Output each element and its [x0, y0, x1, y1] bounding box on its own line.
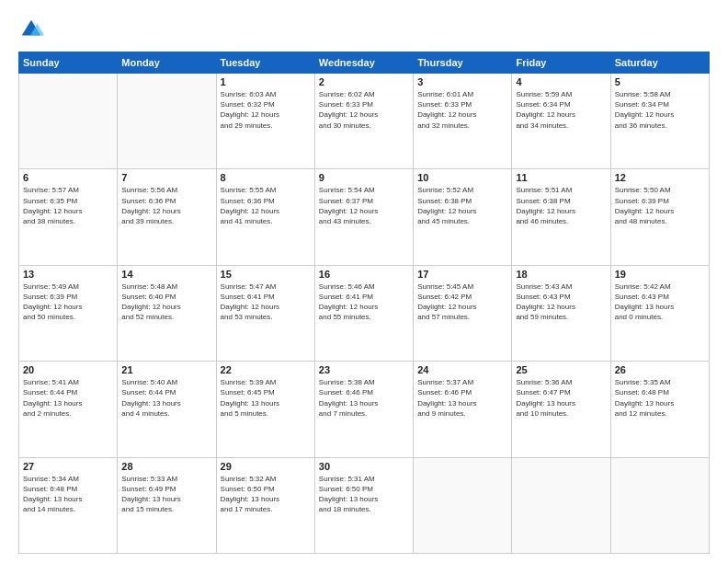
- day-info: Sunrise: 5:56 AM Sunset: 6:36 PM Dayligh…: [121, 185, 211, 226]
- calendar-header-cell: Thursday: [414, 52, 512, 74]
- calendar-day-cell: 12Sunrise: 5:50 AM Sunset: 6:39 PM Dayli…: [610, 169, 709, 265]
- day-info: Sunrise: 5:37 AM Sunset: 6:46 PM Dayligh…: [417, 377, 507, 419]
- calendar-week-row: 1Sunrise: 6:03 AM Sunset: 6:32 PM Daylig…: [19, 74, 710, 169]
- day-info: Sunrise: 5:35 AM Sunset: 6:48 PM Dayligh…: [615, 377, 705, 419]
- calendar-day-cell: 26Sunrise: 5:35 AM Sunset: 6:48 PM Dayli…: [610, 362, 709, 457]
- calendar-day-cell: 2Sunrise: 6:02 AM Sunset: 6:33 PM Daylig…: [314, 74, 413, 169]
- calendar-week-row: 27Sunrise: 5:34 AM Sunset: 6:48 PM Dayli…: [19, 457, 710, 553]
- day-number: 18: [516, 269, 606, 280]
- calendar-header-cell: Tuesday: [216, 52, 314, 74]
- day-info: Sunrise: 5:43 AM Sunset: 6:43 PM Dayligh…: [516, 282, 606, 323]
- day-info: Sunrise: 5:51 AM Sunset: 6:38 PM Dayligh…: [516, 185, 606, 226]
- day-info: Sunrise: 5:40 AM Sunset: 6:44 PM Dayligh…: [121, 377, 211, 419]
- day-info: Sunrise: 5:59 AM Sunset: 6:34 PM Dayligh…: [516, 89, 606, 131]
- day-number: 25: [516, 364, 606, 375]
- day-number: 21: [121, 364, 211, 375]
- calendar-day-cell: 10Sunrise: 5:52 AM Sunset: 6:38 PM Dayli…: [414, 169, 512, 265]
- calendar-day-cell: 15Sunrise: 5:47 AM Sunset: 6:41 PM Dayli…: [216, 265, 314, 361]
- day-number: 23: [319, 364, 409, 375]
- calendar-day-cell: 4Sunrise: 5:59 AM Sunset: 6:34 PM Daylig…: [512, 74, 610, 169]
- calendar-day-cell: 5Sunrise: 5:58 AM Sunset: 6:34 PM Daylig…: [610, 74, 709, 169]
- day-info: Sunrise: 5:54 AM Sunset: 6:37 PM Dayligh…: [319, 185, 409, 226]
- calendar-header-cell: Monday: [118, 52, 216, 74]
- calendar-day-cell: 14Sunrise: 5:48 AM Sunset: 6:40 PM Dayli…: [118, 265, 216, 361]
- calendar-day-cell: 30Sunrise: 5:31 AM Sunset: 6:50 PM Dayli…: [314, 457, 413, 553]
- day-info: Sunrise: 5:41 AM Sunset: 6:44 PM Dayligh…: [23, 377, 113, 419]
- day-number: 29: [221, 461, 311, 472]
- day-number: 16: [319, 269, 409, 280]
- calendar-header-row: SundayMondayTuesdayWednesdayThursdayFrid…: [19, 52, 710, 74]
- calendar-day-cell: 7Sunrise: 5:56 AM Sunset: 6:36 PM Daylig…: [118, 169, 216, 265]
- day-number: 8: [221, 172, 311, 183]
- day-info: Sunrise: 5:48 AM Sunset: 6:40 PM Dayligh…: [121, 282, 211, 323]
- calendar-week-row: 20Sunrise: 5:41 AM Sunset: 6:44 PM Dayli…: [19, 362, 710, 457]
- day-number: 9: [319, 172, 409, 183]
- day-info: Sunrise: 5:31 AM Sunset: 6:50 PM Dayligh…: [319, 474, 409, 515]
- calendar-header-cell: Friday: [512, 52, 610, 74]
- calendar-day-cell: 21Sunrise: 5:40 AM Sunset: 6:44 PM Dayli…: [118, 362, 216, 457]
- logo: [18, 17, 48, 42]
- day-number: 17: [417, 269, 507, 280]
- calendar-day-cell: [19, 74, 118, 169]
- day-info: Sunrise: 5:55 AM Sunset: 6:36 PM Dayligh…: [221, 185, 311, 226]
- day-number: 11: [516, 172, 606, 183]
- day-number: 15: [221, 269, 311, 280]
- day-info: Sunrise: 6:02 AM Sunset: 6:33 PM Dayligh…: [319, 89, 409, 131]
- day-info: Sunrise: 5:33 AM Sunset: 6:49 PM Dayligh…: [121, 474, 211, 515]
- calendar-day-cell: 8Sunrise: 5:55 AM Sunset: 6:36 PM Daylig…: [216, 169, 314, 265]
- calendar-day-cell: 24Sunrise: 5:37 AM Sunset: 6:46 PM Dayli…: [414, 362, 512, 457]
- calendar-header-cell: Sunday: [19, 52, 118, 74]
- calendar-week-row: 13Sunrise: 5:49 AM Sunset: 6:39 PM Dayli…: [19, 265, 710, 361]
- day-number: 27: [23, 461, 113, 472]
- calendar-day-cell: 29Sunrise: 5:32 AM Sunset: 6:50 PM Dayli…: [216, 457, 314, 553]
- day-info: Sunrise: 5:42 AM Sunset: 6:43 PM Dayligh…: [615, 282, 705, 323]
- day-info: Sunrise: 5:49 AM Sunset: 6:39 PM Dayligh…: [23, 282, 113, 323]
- day-info: Sunrise: 5:57 AM Sunset: 6:35 PM Dayligh…: [23, 185, 113, 226]
- day-number: 3: [417, 76, 507, 87]
- calendar-day-cell: 16Sunrise: 5:46 AM Sunset: 6:41 PM Dayli…: [314, 265, 413, 361]
- header: [18, 17, 710, 42]
- calendar-day-cell: [118, 74, 216, 169]
- calendar-day-cell: 28Sunrise: 5:33 AM Sunset: 6:49 PM Dayli…: [118, 457, 216, 553]
- calendar-day-cell: 19Sunrise: 5:42 AM Sunset: 6:43 PM Dayli…: [610, 265, 709, 361]
- day-number: 24: [417, 364, 507, 375]
- day-number: 10: [417, 172, 507, 183]
- day-number: 7: [121, 172, 211, 183]
- calendar-body: 1Sunrise: 6:03 AM Sunset: 6:32 PM Daylig…: [19, 74, 710, 554]
- day-number: 4: [516, 76, 606, 87]
- calendar-day-cell: 27Sunrise: 5:34 AM Sunset: 6:48 PM Dayli…: [19, 457, 118, 553]
- day-info: Sunrise: 6:01 AM Sunset: 6:33 PM Dayligh…: [417, 89, 507, 131]
- day-info: Sunrise: 5:32 AM Sunset: 6:50 PM Dayligh…: [221, 474, 311, 515]
- calendar-day-cell: 3Sunrise: 6:01 AM Sunset: 6:33 PM Daylig…: [414, 74, 512, 169]
- calendar-day-cell: 22Sunrise: 5:39 AM Sunset: 6:45 PM Dayli…: [216, 362, 314, 457]
- logo-icon: [18, 17, 44, 42]
- calendar-day-cell: 9Sunrise: 5:54 AM Sunset: 6:37 PM Daylig…: [314, 169, 413, 265]
- day-info: Sunrise: 5:50 AM Sunset: 6:39 PM Dayligh…: [615, 185, 705, 226]
- day-number: 22: [221, 364, 311, 375]
- calendar-day-cell: 25Sunrise: 5:36 AM Sunset: 6:47 PM Dayli…: [512, 362, 610, 457]
- day-number: 12: [615, 172, 705, 183]
- calendar-day-cell: 20Sunrise: 5:41 AM Sunset: 6:44 PM Dayli…: [19, 362, 118, 457]
- calendar-day-cell: 6Sunrise: 5:57 AM Sunset: 6:35 PM Daylig…: [19, 169, 118, 265]
- calendar-day-cell: 18Sunrise: 5:43 AM Sunset: 6:43 PM Dayli…: [512, 265, 610, 361]
- calendar-day-cell: 1Sunrise: 6:03 AM Sunset: 6:32 PM Daylig…: [216, 74, 314, 169]
- calendar-day-cell: [610, 457, 709, 553]
- day-number: 19: [615, 269, 705, 280]
- day-number: 13: [23, 269, 113, 280]
- calendar-day-cell: 17Sunrise: 5:45 AM Sunset: 6:42 PM Dayli…: [414, 265, 512, 361]
- calendar-day-cell: 23Sunrise: 5:38 AM Sunset: 6:46 PM Dayli…: [314, 362, 413, 457]
- day-number: 2: [319, 76, 409, 87]
- day-number: 30: [319, 461, 409, 472]
- calendar-header-cell: Wednesday: [314, 52, 413, 74]
- day-info: Sunrise: 5:45 AM Sunset: 6:42 PM Dayligh…: [417, 282, 507, 323]
- calendar-day-cell: [414, 457, 512, 553]
- page: SundayMondayTuesdayWednesdayThursdayFrid…: [0, 0, 728, 563]
- day-number: 5: [615, 76, 705, 87]
- day-info: Sunrise: 5:38 AM Sunset: 6:46 PM Dayligh…: [319, 377, 409, 419]
- day-info: Sunrise: 6:03 AM Sunset: 6:32 PM Dayligh…: [221, 89, 311, 131]
- calendar-header-cell: Saturday: [610, 52, 709, 74]
- day-number: 28: [121, 461, 211, 472]
- calendar-day-cell: 13Sunrise: 5:49 AM Sunset: 6:39 PM Dayli…: [19, 265, 118, 361]
- day-number: 20: [23, 364, 113, 375]
- day-info: Sunrise: 5:47 AM Sunset: 6:41 PM Dayligh…: [221, 282, 311, 323]
